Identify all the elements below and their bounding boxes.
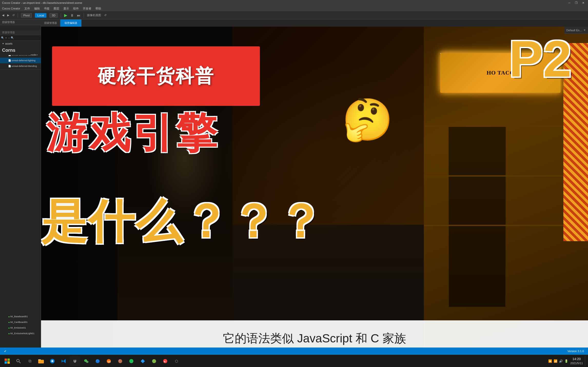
icon-14[interactable]: 🟢 <box>149 356 159 366</box>
menu-item-display[interactable]: 显示 <box>63 7 69 11</box>
refresh-scene-button[interactable]: ↺ <box>104 14 106 17</box>
p2-label: P2 <box>509 33 572 85</box>
title-bar: Cocos Creator - ue-import-test - db://as… <box>0 0 588 6</box>
wechat-button[interactable] <box>81 356 91 366</box>
search-bar: 🔍 + − 🔍 <box>0 35 41 41</box>
camera-view-label: 摄像机视图 <box>87 13 101 17</box>
tab-hierarchy[interactable]: 层级管理器 <box>41 19 60 27</box>
svg-point-13 <box>86 361 89 363</box>
icon-11[interactable]: 🟤 <box>115 356 125 366</box>
default-env-bar: Default En... ▼ <box>564 27 588 34</box>
default-env-label[interactable]: Default En... <box>566 29 582 32</box>
refresh-button[interactable]: ↺ <box>12 14 15 17</box>
search-icon: 🔍 <box>1 36 4 39</box>
status-bar: ✔ Version 3.1.0 <box>0 348 588 355</box>
toolbar-separator3 <box>84 13 84 18</box>
tree-item-2[interactable]: 📄 unreal-deferred-lighting <box>0 58 41 63</box>
search-icon2: 🔍 <box>11 36 14 39</box>
pause-button[interactable]: ⏸ <box>70 13 74 17</box>
subtitle-text: 它的语法类似 JavaScript 和 C 家族 <box>223 331 406 346</box>
minimize-button[interactable]: ─ <box>567 1 572 5</box>
menu-item-edit[interactable]: 编辑 <box>34 7 40 11</box>
red-banner-text: 硬核干货科普 <box>97 64 214 88</box>
tree-item-baseboard[interactable]: ● MI_Baseboard01 <box>0 314 41 319</box>
tray-icon-1[interactable]: 🔼 <box>548 359 552 363</box>
forward-button[interactable]: ▶ <box>7 14 9 17</box>
version-text: Version 3.1.0 <box>567 350 584 353</box>
menu-item-help[interactable]: 帮助 <box>95 7 101 11</box>
ide-container: Cocos Creator - ue-import-test - db://as… <box>0 0 588 367</box>
main-area: Default En... ▼ <box>41 27 588 357</box>
svg-text:QQ: QQ <box>107 360 111 363</box>
clock-time: 14:20 <box>570 357 583 361</box>
network-icon[interactable]: 📶 <box>554 359 557 363</box>
search-taskbar-button[interactable] <box>13 356 24 366</box>
dropdown-arrow-icon: ▼ <box>583 29 586 32</box>
tree-item-3[interactable]: 📄 unreal-deferred-blending <box>0 63 41 69</box>
hierarchy-title: 层级管理器 <box>2 21 15 24</box>
back-button[interactable]: ◀ <box>2 14 4 17</box>
question-text: 是什么？？？ <box>41 198 561 244</box>
icon-16[interactable]: ⬡ <box>171 356 182 366</box>
game-engine-title: 游戏引擎 <box>46 113 219 154</box>
menu-item-layers[interactable]: 图层 <box>54 7 59 11</box>
system-tray: 🔼 📶 🔊 🔋 <box>548 359 568 363</box>
menu-item-component[interactable]: 组件 <box>73 7 79 11</box>
icon-10[interactable]: QQ <box>104 356 114 366</box>
taskbar-clock[interactable]: 14:20 2021/5/11 <box>570 357 583 365</box>
step-button[interactable]: ⏭ <box>77 13 81 17</box>
add-icon[interactable]: + <box>5 36 7 40</box>
pivot-radio[interactable]: Pivot <box>21 13 32 18</box>
icon-9[interactable]: 🔵 <box>92 356 103 366</box>
play-button[interactable]: ▶ <box>64 13 67 18</box>
left-panel: Corns 资源管理器 🔍 + − 🔍 ▼ assets ▼ <box>0 19 41 357</box>
bottom-tree-items: ● MI_Baseboard01 ● MI_Cardboard01 ● MI_E… <box>0 314 41 336</box>
title-text: Cocos Creator - ue-import-test - db://as… <box>2 1 567 4</box>
tab-bar: 层级管理器 场景编辑器 <box>41 19 588 27</box>
menu-item-file[interactable]: 文件 <box>24 7 30 11</box>
menu-item-bookmark[interactable]: 书签 <box>44 7 50 11</box>
thinking-emoji: 🤔 <box>342 99 393 140</box>
divider <box>0 69 41 70</box>
hierarchy-panel-header: 层级管理器 <box>0 19 41 25</box>
taskbar-right: 🔼 📶 🔊 🔋 14:20 2021/5/11 <box>548 356 586 366</box>
local-radio[interactable]: Local <box>35 13 46 18</box>
svg-rect-0 <box>5 359 7 361</box>
menu-item-dev[interactable]: 开发者 <box>83 7 91 11</box>
tree-item-emissive-notlight[interactable]: ● MI_EmissiveNotLight01 <box>0 331 41 336</box>
icon-15[interactable]: ▶ <box>160 356 170 366</box>
svg-rect-1 <box>7 359 10 361</box>
ue-button[interactable]: U <box>70 356 80 366</box>
volume-icon[interactable]: 🔊 <box>559 359 563 363</box>
status-left: ✔ <box>4 350 6 353</box>
close-button[interactable]: ✕ <box>581 1 586 5</box>
show-desktop-button[interactable] <box>585 356 586 366</box>
start-button[interactable] <box>2 356 12 366</box>
file-explorer-button[interactable] <box>36 356 46 366</box>
svg-marker-11 <box>62 359 66 363</box>
menu-bar: Cocos Creator 文件 编辑 书签 图层 显示 组件 开发者 帮助 <box>0 6 588 11</box>
task-view-button[interactable]: ⧉ <box>25 356 35 366</box>
tree-item-cardboard[interactable]: ● MI_Cardboard01 <box>0 319 41 325</box>
svg-rect-7 <box>38 359 41 360</box>
window-controls: ─ ❐ ✕ <box>567 1 586 5</box>
minus-icon[interactable]: − <box>8 36 10 40</box>
svg-rect-6 <box>38 360 44 363</box>
tab-scene[interactable]: 场景编辑器 <box>60 19 82 27</box>
tree-item-emissive[interactable]: ● MI_Emissive01 <box>0 325 41 331</box>
icon-13[interactable]: 🔷 <box>138 356 148 366</box>
assets-panel-header: 资源管理器 <box>0 30 41 35</box>
corns-label: Corns <box>0 46 31 55</box>
svg-rect-2 <box>5 361 7 364</box>
vscode-button[interactable] <box>58 356 69 366</box>
battery-icon[interactable]: 🔋 <box>564 359 568 363</box>
browser-button[interactable] <box>47 356 57 366</box>
restore-button[interactable]: ❐ <box>573 1 579 5</box>
svg-point-16 <box>129 359 133 363</box>
corns-text: Corns <box>2 48 15 53</box>
icon-12[interactable] <box>126 356 136 366</box>
svg-point-10 <box>52 360 53 362</box>
menu-item-cocos[interactable]: Cocos Creator <box>2 7 20 10</box>
status-right: Version 3.1.0 <box>567 350 584 353</box>
3d-button[interactable]: 3D <box>50 13 58 18</box>
